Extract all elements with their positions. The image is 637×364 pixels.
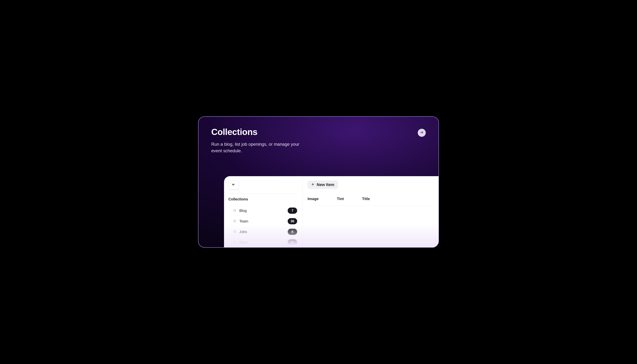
svg-point-4 — [234, 230, 236, 232]
database-icon — [233, 230, 236, 234]
header: Collections Run a blog, list job opening… — [198, 117, 438, 154]
arrow-right-icon — [420, 130, 424, 135]
collections-list: Blog7Team36Jobs8Docs21Blog7 — [228, 205, 298, 248]
collection-label: Team — [239, 219, 288, 224]
header-text: Collections Run a blog, list job opening… — [211, 127, 310, 154]
svg-point-3 — [234, 220, 236, 221]
back-button[interactable] — [228, 180, 238, 189]
count-badge: 7 — [288, 208, 297, 214]
arrow-left-icon — [232, 183, 235, 187]
count-badge: 21 — [288, 239, 297, 246]
sidebar-title: Collections — [228, 197, 298, 201]
svg-point-2 — [234, 209, 236, 210]
new-item-label: New Item — [317, 182, 334, 187]
new-item-button[interactable]: New Item — [308, 180, 338, 189]
main-area: New Item ImageTintTitle — [302, 176, 439, 248]
app-frame: Collections Run a blog, list job opening… — [198, 116, 439, 248]
count-badge: 36 — [288, 218, 297, 224]
content-panel: Collections Blog7Team36Jobs8Docs21Blog7 … — [224, 176, 439, 248]
collection-label: Jobs — [239, 230, 288, 234]
column-header: Title — [362, 196, 370, 201]
collection-item[interactable]: Blog7 — [228, 205, 298, 216]
next-button[interactable] — [418, 129, 426, 137]
collection-item[interactable]: Team36 — [228, 216, 298, 226]
database-icon — [233, 220, 236, 223]
sidebar: Collections Blog7Team36Jobs8Docs21Blog7 — [224, 176, 302, 248]
column-header: Tint — [337, 196, 344, 201]
database-icon — [233, 209, 236, 212]
page-subtitle: Run a blog, list job openings, or manage… — [211, 141, 310, 154]
database-icon — [233, 241, 236, 244]
collection-item[interactable]: Docs21 — [228, 237, 298, 248]
count-badge: 8 — [288, 229, 297, 235]
table-header: ImageTintTitle — [308, 196, 434, 206]
collection-label: Blog — [239, 209, 288, 213]
svg-point-5 — [234, 241, 236, 242]
page-title: Collections — [211, 127, 310, 137]
column-header: Image — [308, 196, 319, 201]
collection-item[interactable]: Jobs8 — [228, 226, 298, 237]
plus-icon — [311, 182, 314, 187]
collection-label: Docs — [239, 240, 288, 244]
